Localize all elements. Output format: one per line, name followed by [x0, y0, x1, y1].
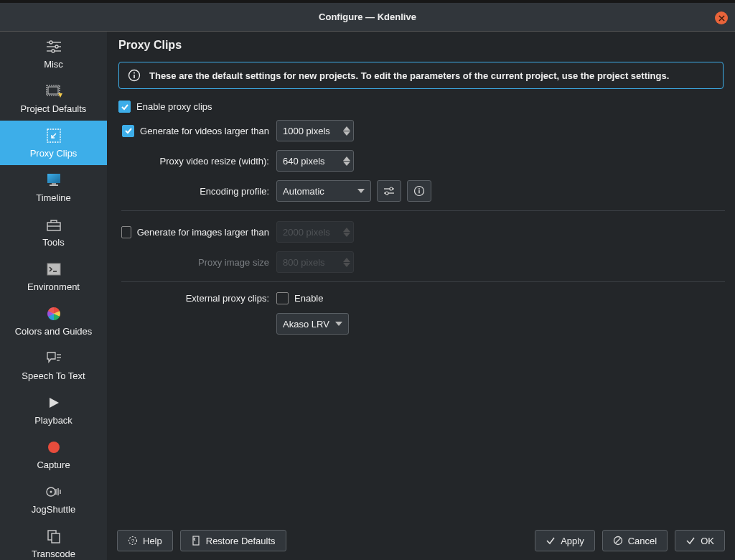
sidebar-item-colors-guides[interactable]: Colors and Guides	[0, 299, 107, 343]
cancel-label: Cancel	[628, 536, 657, 546]
help-icon: ?	[128, 536, 138, 546]
sidebar-item-jogshuttle[interactable]: JogShuttle	[0, 477, 107, 521]
terminal-icon	[3, 260, 104, 279]
gen-image-spin[interactable]: 2000 pixels	[276, 221, 354, 243]
spin-arrows-icon	[343, 126, 350, 136]
svg-rect-7	[48, 87, 58, 94]
image-size-value: 800 pixels	[283, 257, 325, 268]
sliders-icon	[383, 186, 395, 196]
restore-label: Restore Defaults	[206, 536, 276, 546]
external-profile-value: Akaso LRV	[283, 319, 329, 330]
encoding-combo[interactable]: Automatic	[276, 180, 371, 202]
ok-label: OK	[701, 536, 714, 546]
scale-icon	[3, 126, 104, 145]
svg-point-24	[48, 442, 60, 453]
svg-marker-47	[343, 263, 350, 267]
svg-marker-48	[335, 322, 342, 326]
svg-line-53	[615, 538, 620, 543]
apply-label: Apply	[561, 536, 584, 546]
svg-marker-32	[343, 126, 350, 131]
svg-point-38	[390, 187, 393, 190]
svg-marker-34	[343, 157, 350, 161]
gen-video-spin[interactable]: 1000 pixels	[276, 120, 354, 141]
ok-button[interactable]: OK	[675, 530, 725, 551]
gen-image-checkbox[interactable]	[121, 226, 131, 238]
check-icon	[685, 536, 696, 546]
encoding-value: Automatic	[283, 186, 324, 197]
divider	[121, 281, 725, 282]
resize-label: Proxy video resize (width):	[160, 156, 269, 167]
sidebar-item-proxy-clips[interactable]: Proxy Clips	[0, 121, 107, 165]
svg-point-30	[134, 73, 135, 74]
speech-text-icon	[3, 349, 104, 368]
gen-video-label: Generate for videos larger than	[140, 126, 269, 136]
sidebar-item-speech-to-text[interactable]: Speech To Text	[0, 343, 107, 388]
svg-rect-28	[52, 533, 60, 543]
svg-marker-35	[343, 162, 350, 166]
svg-point-1	[50, 41, 52, 44]
svg-point-26	[50, 491, 52, 493]
sidebar-label: Environment	[3, 281, 104, 292]
spin-arrows-icon	[343, 228, 350, 237]
help-button[interactable]: ? Help	[117, 530, 173, 551]
svg-marker-36	[357, 189, 365, 193]
image-size-spin[interactable]: 800 pixels	[276, 251, 354, 273]
sidebar-item-transcode[interactable]: Transcode	[0, 521, 107, 560]
svg-rect-12	[52, 183, 56, 185]
film-new-icon	[3, 82, 104, 101]
chevron-down-icon	[357, 189, 365, 193]
svg-point-42	[418, 188, 420, 190]
sidebar-item-playback[interactable]: Playback	[0, 388, 107, 432]
info-icon	[413, 185, 425, 197]
sliders-icon	[3, 37, 104, 56]
gen-video-value: 1000 pixels	[283, 126, 330, 136]
sidebar-item-timeline[interactable]: Timeline	[0, 165, 107, 210]
encoding-info-button[interactable]	[407, 180, 431, 202]
svg-marker-33	[343, 131, 350, 136]
sidebar-label: Colors and Guides	[3, 326, 104, 337]
svg-rect-43	[418, 190, 419, 193]
close-button[interactable]	[715, 11, 728, 24]
cancel-button[interactable]: Cancel	[602, 530, 668, 551]
svg-marker-46	[343, 258, 350, 262]
gen-video-checkbox[interactable]	[122, 125, 134, 137]
sidebar-item-environment[interactable]: Environment	[0, 254, 107, 299]
window-title: Configure — Kdenlive	[319, 11, 416, 22]
external-label: External proxy clips:	[186, 293, 269, 304]
enable-proxy-label: Enable proxy clips	[136, 101, 212, 112]
svg-rect-51	[193, 536, 199, 545]
svg-text:?: ?	[131, 538, 135, 544]
enable-proxy-checkbox[interactable]	[118, 101, 131, 113]
jog-icon	[3, 482, 104, 501]
record-icon	[3, 438, 104, 457]
external-enable-label: Enable	[294, 293, 323, 304]
sidebar-item-misc[interactable]: Misc	[0, 32, 107, 76]
banner-text: These are the default settings for new p…	[149, 70, 669, 81]
sidebar-label: Project Defaults	[3, 103, 104, 114]
svg-rect-31	[134, 75, 135, 78]
sidebar: Misc Project Defaults Proxy Clips Timeli…	[0, 32, 107, 560]
svg-point-3	[55, 45, 58, 48]
titlebar: Configure — Kdenlive	[0, 3, 735, 32]
resize-value: 640 pixels	[283, 156, 325, 167]
divider	[121, 210, 725, 211]
spin-arrows-icon	[343, 258, 350, 267]
content-pane: Proxy Clips These are the default settin…	[107, 32, 735, 560]
image-size-label: Proxy image size	[198, 257, 269, 268]
external-enable-checkbox[interactable]	[276, 292, 289, 304]
resize-spin[interactable]: 640 pixels	[276, 150, 354, 172]
close-icon	[718, 15, 725, 22]
spin-arrows-icon	[343, 157, 350, 166]
sidebar-item-tools[interactable]: Tools	[0, 210, 107, 254]
gen-image-label: Generate for images larger than	[137, 227, 269, 238]
external-profile-combo[interactable]: Akaso LRV	[276, 313, 349, 335]
sidebar-item-capture[interactable]: Capture	[0, 432, 107, 477]
svg-rect-16	[47, 263, 60, 275]
encoding-edit-button[interactable]	[377, 180, 401, 202]
svg-rect-13	[50, 185, 58, 186]
svg-point-40	[385, 192, 388, 195]
apply-button[interactable]: Apply	[535, 530, 595, 551]
sidebar-item-project-defaults[interactable]: Project Defaults	[0, 76, 107, 121]
restore-defaults-button[interactable]: Restore Defaults	[180, 530, 286, 551]
sidebar-label: Tools	[3, 237, 104, 248]
